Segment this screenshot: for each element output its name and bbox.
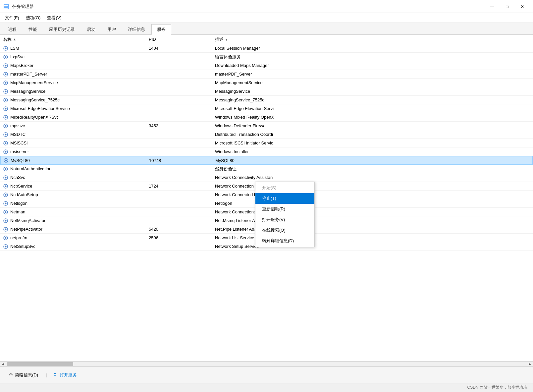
tab-processes[interactable]: 进程 (2, 24, 22, 34)
svg-point-7 (5, 56, 7, 58)
window-controls: — □ ✕ (484, 0, 530, 13)
scroll-left-arrow[interactable]: ◀ (0, 362, 6, 367)
table-row[interactable]: NcaSvc Network Connectivity Assistan (0, 173, 533, 182)
row-desc: McpManagementService (212, 80, 533, 86)
tab-app-history[interactable]: 应用历史记录 (43, 24, 80, 34)
status-text: CSDN @散一世繁华，颠半世琉璃 (467, 385, 527, 390)
row-pid (146, 203, 212, 204)
service-icon (3, 123, 8, 129)
tab-performance[interactable]: 性能 (23, 24, 43, 34)
svg-rect-1 (4, 5, 8, 6)
row-name: Netlogon (0, 200, 146, 207)
menu-options[interactable]: 选项(O) (23, 14, 44, 22)
maximize-button[interactable]: □ (500, 0, 515, 13)
svg-point-37 (5, 185, 7, 187)
row-name: NetSetupSvc (0, 243, 146, 250)
table-row[interactable]: masterPDF_Server masterPDF_Server (0, 70, 533, 79)
row-name: NetPipeActivator (0, 226, 146, 233)
service-icon (3, 175, 8, 180)
tab-bar: 进程 性能 应用历史记录 启动 用户 详细信息 服务 (0, 23, 533, 35)
h-scroll-thumb[interactable] (7, 362, 73, 366)
svg-point-5 (5, 47, 7, 49)
row-desc: 然身份验证 (212, 165, 533, 173)
row-pid (146, 151, 212, 152)
context-menu-item[interactable]: 重新启动(R) (255, 204, 314, 214)
svg-point-47 (5, 228, 7, 230)
service-icon (3, 115, 8, 120)
context-menu-item[interactable]: 在线搜索(O) (255, 225, 314, 236)
svg-point-9 (5, 65, 7, 66)
svg-point-43 (5, 211, 7, 213)
tab-users[interactable]: 用户 (102, 24, 122, 34)
row-desc: Microsoft Edge Elevation Servi (212, 105, 533, 112)
row-desc: MessagingService (212, 88, 533, 94)
row-name: masterPDF_Server (0, 71, 146, 78)
close-button[interactable]: ✕ (515, 0, 530, 13)
menu-view[interactable]: 查看(V) (44, 14, 65, 22)
table-row[interactable]: MapsBroker Downloaded Maps Manager (0, 61, 533, 70)
svg-point-29 (5, 151, 7, 152)
sort-arrow-desc: ▼ (225, 38, 228, 41)
service-icon (3, 201, 8, 206)
svg-point-31 (5, 160, 7, 161)
service-icon (3, 227, 8, 232)
table-row[interactable]: MSDTC Distributed Transaction Coordi (0, 130, 533, 139)
table-row[interactable]: MixedRealityOpenXRSvc Windows Mixed Real… (0, 113, 533, 122)
svg-point-19 (5, 108, 7, 109)
minimize-button[interactable]: — (484, 0, 500, 13)
status-bar: CSDN @散一世繁华，颠半世琉璃 (0, 383, 533, 392)
table-row[interactable]: NaturalAuthentication 然身份验证 (0, 165, 533, 173)
open-services-link[interactable]: 打开服务 (52, 372, 77, 378)
service-icon (3, 149, 8, 154)
scroll-right-arrow[interactable]: ▶ (527, 362, 533, 367)
table-row[interactable]: mpssvc 3452 Windows Defender Firewall (0, 122, 533, 130)
table-row[interactable]: MicrosoftEdgeElevationService Microsoft … (0, 104, 533, 113)
row-name: Netman (0, 209, 146, 215)
row-pid (146, 211, 212, 213)
table-row[interactable]: MessagingService_7525c MessagingService_… (0, 96, 533, 104)
svg-point-27 (5, 142, 7, 144)
horizontal-scrollbar[interactable]: ◀ ▶ (0, 361, 533, 366)
table-row[interactable]: MessagingService MessagingService (0, 87, 533, 96)
row-name: NcbService (0, 183, 146, 190)
service-icon (3, 166, 8, 172)
row-name: mpssvc (0, 123, 146, 129)
col-header-desc[interactable]: 描述 ▼ (212, 35, 533, 44)
table-row[interactable]: LxpSvc 语言体验服务 (0, 53, 533, 61)
table-row[interactable]: MSiSCSI Microsoft iSCSI Initiator Servic (0, 139, 533, 147)
services-icon (52, 372, 58, 378)
svg-point-51 (5, 246, 7, 247)
row-name: MicrosoftEdgeElevationService (0, 105, 146, 112)
row-pid (146, 194, 212, 196)
row-name: MessagingService_7525c (0, 97, 146, 103)
row-desc: Windows Defender Firewall (212, 123, 533, 129)
col-header-name[interactable]: 名称 ▲ (0, 35, 146, 44)
context-menu-item[interactable]: 打开服务(V) (255, 214, 314, 225)
row-desc: MySQL80 (213, 157, 532, 164)
row-desc: Distributed Transaction Coordi (212, 131, 533, 138)
col-header-pid[interactable]: PID (146, 35, 212, 43)
table-row[interactable]: msiserver Windows Installer (0, 147, 533, 156)
service-icon (3, 140, 8, 146)
row-desc: Network Connectivity Assistan (212, 174, 533, 181)
table-row[interactable]: LSM 1404 Local Session Manager (0, 44, 533, 53)
context-menu-item[interactable]: 转到详细信息(D) (255, 236, 314, 246)
svg-point-15 (5, 90, 7, 92)
row-name: NaturalAuthentication (0, 166, 146, 172)
row-name: MapsBroker (0, 62, 146, 69)
row-pid (146, 82, 212, 84)
service-icon (3, 89, 8, 94)
context-menu-item[interactable]: 停止(T) (255, 193, 314, 204)
sort-arrow-name: ▲ (13, 37, 16, 41)
summary-button[interactable]: 简略信息(D) (6, 370, 41, 379)
menu-file[interactable]: 文件(F) (2, 14, 23, 22)
context-menu: 开始(S)停止(T)重新启动(R)打开服务(V)在线搜索(O)转到详细信息(D) (255, 182, 315, 247)
table-row[interactable]: McpManagementService McpManagementServic… (0, 79, 533, 87)
row-name: McpManagementService (0, 80, 146, 86)
tab-services[interactable]: 服务 (151, 24, 171, 35)
tab-startup[interactable]: 启动 (81, 24, 101, 34)
row-desc: 语言体验服务 (212, 53, 533, 61)
tab-details[interactable]: 详细信息 (122, 24, 151, 34)
table-row[interactable]: MySQL80 10748 MySQL80 (0, 156, 533, 165)
row-pid (146, 91, 212, 92)
